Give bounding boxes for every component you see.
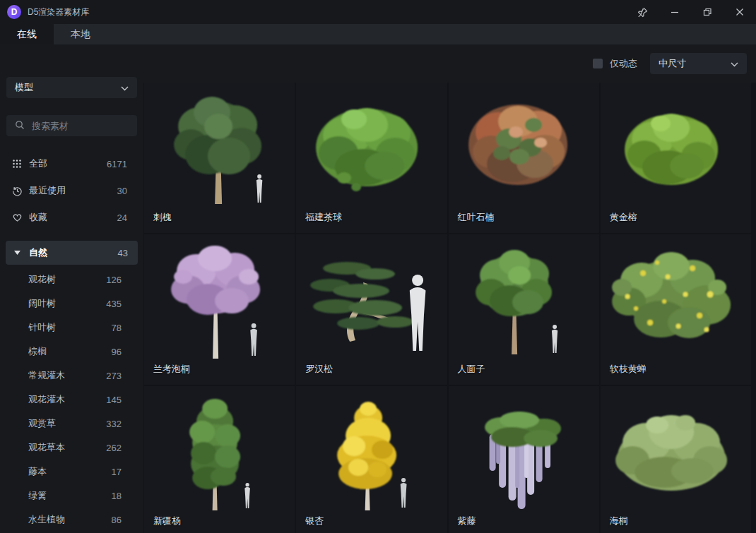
sidebar-item-label: 收藏: [29, 211, 47, 224]
subcategory-label: 观花草本: [28, 441, 65, 454]
asset-label: 罗汉松: [305, 363, 333, 376]
asset-label: 紫藤: [458, 515, 476, 527]
main-panel: 仅动态 中尺寸 刺槐 福建茶球 红叶石楠 黄金榕 兰考泡桐: [143, 44, 756, 533]
restore-icon: [702, 7, 712, 17]
chevron-down-icon: [731, 59, 738, 69]
subcategory-count: 435: [106, 299, 122, 309]
pin-icon: [637, 7, 648, 18]
asset-library-window: D D5渲染器素材库: [0, 0, 756, 533]
asset-grid: 刺槐 福建茶球 红叶石楠 黄金榕 兰考泡桐 罗汉松 人面子 软枝黄蝉 新疆杨 银…: [143, 83, 756, 533]
sidebar-subcategory-item[interactable]: 水生植物86: [0, 508, 143, 532]
subcategory-label: 观赏草: [28, 417, 56, 430]
asset-card-1[interactable]: 刺槐: [144, 83, 295, 233]
subcategory-count: 273: [106, 371, 122, 381]
history-icon: [11, 185, 23, 196]
category-count: 43: [118, 248, 128, 258]
subcategory-label: 水生植物: [28, 513, 65, 526]
sidebar-subcategory-item[interactable]: 常规灌木273: [0, 364, 143, 388]
asset-card-12[interactable]: 海桐: [601, 386, 751, 533]
caret-down-icon: [14, 251, 20, 255]
asset-card-2[interactable]: 福建茶球: [296, 83, 447, 233]
subcategory-count: 18: [112, 491, 122, 501]
asset-card-9[interactable]: 新疆杨: [144, 386, 295, 533]
grid-icon: [11, 158, 23, 169]
sidebar-subcategory-item[interactable]: 针叶树78: [0, 316, 143, 340]
asset-type-dropdown[interactable]: 模型: [6, 77, 137, 98]
minimize-button[interactable]: [658, 0, 691, 24]
pin-button[interactable]: [626, 0, 658, 24]
sidebar-category-nature[interactable]: 自然 43: [6, 241, 138, 265]
heart-icon: [11, 212, 23, 223]
asset-preview: [296, 386, 447, 533]
search-icon: [15, 120, 25, 132]
search-box[interactable]: [6, 115, 137, 136]
tab-bar: 在线 本地: [0, 24, 756, 44]
titlebar-left: D D5渲染器素材库: [7, 5, 89, 19]
asset-card-6[interactable]: 罗汉松: [296, 234, 447, 385]
subcategory-count: 96: [112, 347, 122, 357]
sidebar-subcategory-item[interactable]: 观花灌木145: [0, 388, 143, 412]
sidebar-subcategory-item[interactable]: 阔叶树435: [0, 292, 143, 316]
subcategory-label: 针叶树: [28, 321, 56, 334]
size-dropdown-value: 中尺寸: [658, 57, 686, 70]
minimize-icon: [670, 7, 680, 17]
item-count: 30: [117, 186, 127, 196]
asset-label: 银杏: [305, 515, 324, 527]
subcategory-count: 86: [112, 515, 122, 525]
sidebar-item-favorites[interactable]: 收藏 24: [0, 204, 143, 231]
size-dropdown[interactable]: 中尺寸: [650, 53, 747, 74]
search-input[interactable]: [30, 120, 108, 132]
subcategory-label: 观花树: [28, 273, 56, 286]
asset-card-4[interactable]: 黄金榕: [601, 83, 751, 233]
tab-online[interactable]: 在线: [0, 24, 54, 44]
dynamic-only-checkbox[interactable]: [593, 59, 603, 68]
sidebar-subcategory-item[interactable]: 观赏草332: [0, 412, 143, 436]
sidebar-item-label: 最近使用: [29, 184, 66, 197]
subcategory-count: 145: [106, 395, 122, 405]
sidebar-subcategory-item[interactable]: 观花树126: [0, 268, 143, 292]
subcategory-count: 262: [106, 443, 122, 453]
sidebar-subcategory-item[interactable]: 棕榈96: [0, 340, 143, 364]
subcategory-count: 126: [106, 275, 122, 285]
d5-logo-icon: D: [7, 5, 21, 19]
chevron-down-icon: [121, 83, 129, 93]
sidebar-subcategory-item[interactable]: 观花草本262: [0, 436, 143, 460]
close-icon: [735, 7, 745, 17]
restore-button[interactable]: [691, 0, 723, 24]
asset-preview: [449, 386, 599, 533]
window-title: D5渲染器素材库: [28, 6, 89, 18]
item-count: 6171: [107, 159, 127, 169]
subcategory-label: 阔叶树: [28, 297, 56, 310]
item-count: 24: [117, 212, 127, 223]
subcategory-label: 藤本: [28, 465, 47, 478]
category-label: 自然: [29, 246, 47, 259]
asset-card-10[interactable]: 银杏: [296, 386, 447, 533]
asset-label: 福建茶球: [305, 211, 342, 224]
asset-card-3[interactable]: 红叶石楠: [449, 83, 599, 233]
subcategory-label: 常规灌木: [28, 369, 65, 382]
sidebar-item-label: 全部: [29, 157, 47, 170]
asset-preview: [144, 386, 295, 533]
close-button[interactable]: [723, 0, 756, 24]
sidebar-item-recent[interactable]: 最近使用 30: [0, 177, 143, 204]
asset-label: 刺槐: [153, 211, 172, 224]
asset-preview: [601, 386, 751, 533]
asset-card-11[interactable]: 紫藤: [449, 386, 599, 533]
titlebar-buttons: [626, 0, 756, 24]
sidebar: 模型 全部: [0, 44, 143, 533]
subcategory-count: 332: [106, 419, 122, 429]
asset-label: 黄金榕: [610, 211, 637, 224]
filter-bar: 仅动态 中尺寸: [143, 44, 756, 83]
asset-card-8[interactable]: 软枝黄蝉: [601, 234, 751, 385]
sidebar-subcategory-item[interactable]: 藤本17: [0, 460, 143, 484]
asset-card-5[interactable]: 兰考泡桐: [144, 234, 295, 385]
titlebar: D D5渲染器素材库: [0, 0, 756, 24]
sidebar-item-all[interactable]: 全部 6171: [0, 150, 143, 177]
asset-label: 新疆杨: [153, 515, 181, 527]
asset-label: 兰考泡桐: [153, 363, 190, 376]
asset-card-7[interactable]: 人面子: [449, 234, 599, 385]
sidebar-subcategory-item[interactable]: 绿篱18: [0, 484, 143, 508]
asset-label: 红叶石楠: [458, 211, 495, 224]
tab-local[interactable]: 本地: [54, 24, 107, 44]
subcategory-count: 78: [112, 323, 122, 333]
